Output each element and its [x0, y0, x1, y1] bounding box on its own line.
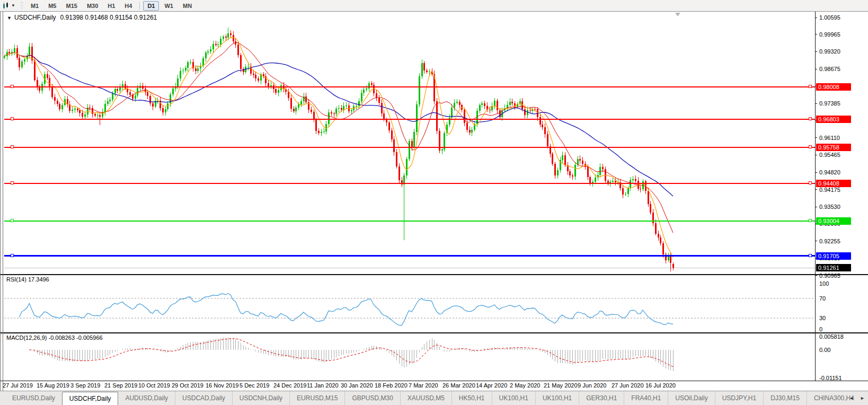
date-label: 15 Aug 2019: [37, 382, 69, 389]
price-tick-label: 0.93530: [819, 204, 840, 210]
tab-eurusd-m15[interactable]: EURUSD,M15: [289, 391, 344, 405]
panel-borders: [0, 11, 868, 391]
toolbar-separator: [139, 2, 140, 10]
tab-uk100-h1[interactable]: UK100,H1: [492, 391, 535, 405]
chart-type-dropdown-icon[interactable]: ▼: [11, 3, 15, 8]
timeframe-button-mn[interactable]: MN: [179, 1, 196, 11]
price-tick-label: 0.97385: [819, 100, 840, 107]
price-line-tag: 0.98008: [816, 83, 851, 91]
price-tick-label: 0.99320: [819, 48, 840, 55]
time-axis[interactable]: 27 Jul 201915 Aug 20193 Sep 201921 Sep 2…: [0, 382, 815, 391]
rsi-tick-label: 70: [819, 295, 826, 302]
tab-eurusd-daily[interactable]: EURUSD,Daily: [5, 391, 62, 405]
chart-shift-marker-icon[interactable]: [675, 13, 680, 16]
date-label: 27 Jun 2020: [612, 382, 644, 389]
chart-ohlc-values: 0.91398 0.91468 0.91154 0.91261: [60, 14, 157, 21]
tab-gbpusd-m30[interactable]: GBPUSD,M30: [344, 391, 400, 405]
date-label: 21 May 2020: [544, 382, 578, 389]
timeframe-button-w1[interactable]: W1: [160, 1, 178, 11]
tab-usdcnh-daily[interactable]: USDCNH,Daily: [232, 391, 289, 405]
tab-hk50-h1[interactable]: HK50,H1: [451, 391, 492, 405]
price-tick-label: 0.96110: [819, 135, 840, 141]
horizontal-line-0.93004[interactable]: [4, 219, 815, 222]
date-label: 27 Jul 2019: [3, 382, 33, 389]
tab-xauusd-m5[interactable]: XAUUSD,M5: [400, 391, 451, 405]
tab-ger30-h1[interactable]: GER30,H1: [579, 391, 624, 405]
tab-audusd-daily[interactable]: AUDUSD,Daily: [118, 391, 175, 405]
price-tick-label: 1.00595: [819, 14, 840, 21]
price-tick-label: 0.92255: [819, 238, 840, 244]
mt4-window: ▼ M1M5M15M30H1H4D1W1MN ▼USDCHF,Daily0.91…: [0, 0, 868, 405]
current-price-tag: 0.91261: [816, 264, 851, 271]
tab-dj30-m15[interactable]: DJ30,M15: [763, 391, 807, 405]
tab-scroll-right-icon[interactable]: ►: [860, 395, 865, 401]
horizontal-line-0.94408[interactable]: [4, 182, 815, 184]
timeframe-button-h1[interactable]: H1: [103, 1, 119, 11]
tab-usdjpy-h1[interactable]: USDJPY,H1: [715, 391, 763, 405]
date-label: 30 Jan 2020: [341, 382, 373, 389]
rsi-panel[interactable]: [4, 294, 815, 325]
tab-scroll-arrows: ◄ ►: [849, 391, 865, 405]
timeframe-button-m5[interactable]: M5: [44, 1, 60, 11]
timeframe-buttons: M1M5M15M30H1H4D1W1MN: [26, 1, 197, 11]
price-tick-label: 0.99965: [819, 31, 840, 38]
main-chart-panel[interactable]: [4, 28, 815, 271]
chart-type-icon[interactable]: [2, 2, 11, 10]
macd-value: -0.008263 -0.005966: [48, 334, 102, 341]
date-label: 9 Jun 2020: [578, 382, 606, 389]
tab-uk100-h1[interactable]: UK100,H1: [535, 391, 579, 405]
date-label: 24 Dec 2019: [273, 382, 306, 389]
horizontal-line-0.91705[interactable]: [4, 254, 815, 257]
rsi-value: 17.3496: [28, 276, 49, 283]
tabs-container: EURUSD,DailyUSDCHF,DailyAUDUSD,DailyUSDC…: [5, 391, 861, 405]
date-label: 2 May 2020: [510, 382, 540, 389]
macd-signal-line: [29, 339, 673, 367]
date-label: 10 Oct 2019: [138, 382, 170, 389]
toolbar: ▼ M1M5M15M30H1H4D1W1MN: [0, 0, 868, 12]
tab-scroll-left-icon[interactable]: ◄: [849, 395, 854, 401]
date-label: 29 Oct 2019: [172, 382, 203, 389]
date-label: 26 Mar 2020: [442, 382, 475, 389]
toolbar-grip[interactable]: [21, 2, 23, 10]
rsi-tick-label: 100: [819, 280, 829, 287]
chart-title: ▼USDCHF,Daily0.91398 0.91468 0.91154 0.9…: [7, 14, 157, 21]
date-label: 3 Sep 2019: [70, 382, 100, 389]
tab-fra40-h1[interactable]: FRA40,H1: [624, 391, 668, 405]
date-label: 7 Mar 2020: [409, 382, 438, 389]
price-line-tag: 0.91705: [816, 252, 851, 260]
price-tick-label: 0.94820: [819, 169, 840, 175]
date-label: 5 Dec 2019: [240, 382, 269, 389]
price-chart-canvas[interactable]: [0, 0, 868, 405]
price-line-tag: 0.95758: [816, 144, 851, 151]
chart-symbol-label: USDCHF,Daily: [14, 14, 56, 21]
date-label: 16 Jul 2020: [645, 382, 676, 389]
price-line-tag: 0.93004: [816, 217, 851, 225]
timeframe-button-d1[interactable]: D1: [143, 1, 159, 11]
price-tick-label: 0.98675: [819, 66, 840, 72]
price-line-tag: 0.96803: [816, 116, 851, 123]
price-tick-label: 0.90965: [819, 272, 840, 279]
rsi-tick-label: 30: [819, 315, 826, 321]
tab-usdchf-daily[interactable]: USDCHF,Daily: [62, 392, 119, 405]
tab-usoil-daily[interactable]: USOil,Daily: [668, 391, 714, 405]
rsi-tick-label: 0: [819, 326, 822, 332]
timeframe-button-h4[interactable]: H4: [120, 1, 136, 11]
date-label: 21 Sep 2019: [104, 382, 137, 389]
macd-name: MACD(12,26,9): [6, 334, 47, 341]
collapse-indicator-icon[interactable]: ▼: [7, 15, 12, 21]
tab-usdcad-daily[interactable]: USDCAD,Daily: [175, 391, 232, 405]
price-tick-label: 0.95465: [819, 152, 840, 158]
macd-tick-label: 0.005818: [819, 333, 844, 340]
timeframe-button-m15[interactable]: M15: [61, 1, 81, 11]
date-label: 11 Jan 2020: [307, 382, 339, 389]
symbol-tab-bar: EURUSD,DailyUSDCHF,DailyAUDUSD,DailyUSDC…: [0, 391, 868, 405]
ma-mid-line: [4, 42, 673, 233]
macd-panel[interactable]: [29, 338, 673, 371]
macd-tick-label: 0.00: [819, 347, 830, 353]
timeframe-button-m1[interactable]: M1: [26, 1, 43, 11]
rsi-name: RSI(14): [6, 276, 26, 283]
macd-tick-label: -0.01151: [819, 375, 842, 381]
date-label: 14 Apr 2020: [476, 382, 507, 389]
horizontal-line-0.96803[interactable]: [4, 118, 815, 120]
timeframe-button-m30[interactable]: M30: [83, 1, 102, 11]
